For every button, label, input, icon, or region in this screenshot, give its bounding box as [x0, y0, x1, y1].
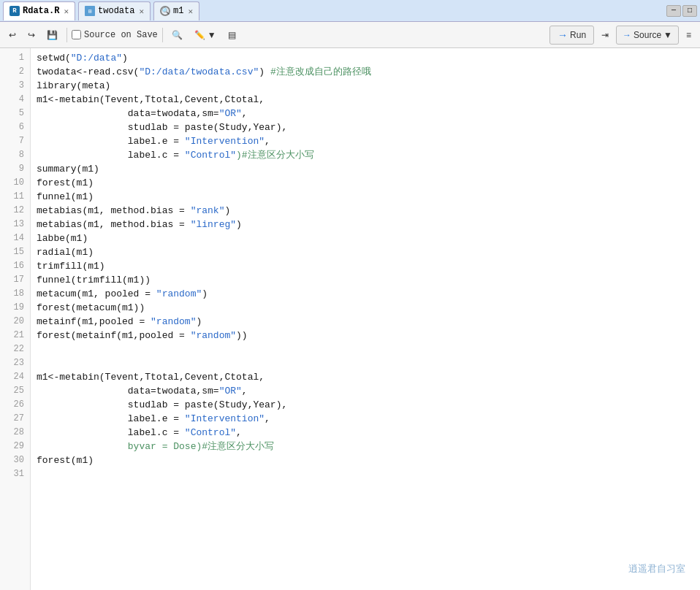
code-line: data=twodata,sm="OR",	[37, 107, 694, 120]
code-segment: labbe(m1)	[37, 233, 88, 244]
line-number: 26	[0, 398, 30, 412]
source-button[interactable]: → Source ▼	[616, 26, 679, 45]
code-line: byvar = Dose)#注意区分大小写	[37, 440, 694, 453]
line-number: 10	[0, 176, 30, 190]
code-segment: summary(m1)	[37, 164, 99, 175]
tab-rdata[interactable]: R Rdata.R ✕	[3, 1, 75, 20]
line-number: 21	[0, 329, 30, 342]
source-label: Source	[634, 30, 661, 40]
code-segment: forest(metainf(m1,pooled =	[37, 330, 191, 341]
source-on-save-group: Source on Save	[72, 30, 158, 40]
code-segment: data=twodata,sm=	[37, 386, 219, 396]
code-segment: "linreg"	[191, 219, 236, 230]
code-line: library(meta)	[37, 79, 694, 93]
code-line: studlab = paste(Study,Year),	[37, 398, 694, 412]
code-segment: )	[236, 219, 242, 230]
tab-m1-close[interactable]: ✕	[189, 7, 194, 16]
code-segment: "Intervention"	[185, 413, 265, 424]
options-button[interactable]: ≡	[682, 26, 696, 45]
line-number: 8	[0, 148, 30, 162]
code-segment: "D:/data"	[71, 53, 122, 64]
tools-dropdown-icon: ▼	[208, 30, 216, 40]
code-editor[interactable]: setwd("D:/data")twodata<-read.csv("D:/da…	[31, 48, 700, 590]
table-file-icon: ⊞	[85, 6, 95, 16]
format-icon: ▤	[228, 30, 236, 40]
code-segment: funnel(trimfill(m1))	[37, 275, 151, 286]
code-segment: m1<-metabin(Tevent,Ttotal,Cevent,Ctotal,	[37, 372, 265, 383]
format-button[interactable]: ▤	[224, 26, 240, 45]
code-line: metabias(m1, method.bias = "rank")	[37, 204, 694, 218]
code-line: metainf(m1,pooled = "random")	[37, 315, 694, 329]
line-number: 19	[0, 301, 30, 315]
tab-twodata[interactable]: ⊞ twodata ✕	[78, 1, 151, 20]
save-button[interactable]: 💾	[42, 26, 62, 45]
line-number: 12	[0, 204, 30, 218]
line-number: 22	[0, 342, 30, 356]
code-line: radial(m1)	[37, 245, 694, 259]
code-segment: metainf(m1,pooled =	[37, 316, 151, 327]
code-line: setwd("D:/data")	[37, 51, 694, 65]
code-segment: setwd(	[37, 53, 71, 64]
code-segment: "random"	[151, 316, 196, 327]
separator-1	[66, 28, 67, 42]
tab-rdata-close[interactable]: ✕	[64, 7, 69, 16]
code-segment: forest(m1)	[37, 455, 94, 466]
line-number: 1	[0, 51, 30, 65]
source-on-save-checkbox[interactable]	[72, 30, 81, 39]
redo-button[interactable]: ↪	[23, 26, 39, 45]
code-line: forest(metainf(m1,pooled = "random"))	[37, 329, 694, 342]
search-button[interactable]: 🔍	[167, 26, 187, 45]
code-segment: metacum(m1, pooled =	[37, 288, 156, 299]
line-number: 30	[0, 453, 30, 467]
step-button[interactable]: ⇥	[597, 26, 613, 45]
code-container: 1234567891011121314151617181920212223242…	[0, 48, 700, 590]
toolbar-right: → Run ⇥ → Source ▼ ≡	[549, 26, 696, 45]
code-segment: metabias(m1, method.bias =	[37, 219, 191, 230]
title-bar: R Rdata.R ✕ ⊞ twodata ✕ 🔍 m1 ✕ ─ □	[0, 0, 700, 22]
source-on-save-label[interactable]: Source on Save	[84, 30, 158, 40]
code-segment: funnel(m1)	[37, 191, 94, 202]
code-line	[37, 467, 694, 481]
code-line	[37, 356, 694, 370]
code-line: m1<-metabin(Tevent,Ttotal,Cevent,Ctotal,	[37, 370, 694, 384]
line-number: 2	[0, 65, 30, 79]
tab-twodata-label: twodata	[98, 6, 134, 16]
line-number: 6	[0, 120, 30, 134]
line-number: 15	[0, 245, 30, 259]
code-segment: ,	[236, 427, 242, 438]
undo-button[interactable]: ↩	[4, 26, 20, 45]
line-number: 3	[0, 79, 30, 93]
line-number: 18	[0, 287, 30, 301]
r-file-icon: R	[9, 6, 20, 16]
code-segment: ,	[242, 386, 248, 396]
line-number: 29	[0, 440, 30, 453]
code-line: label.c = "Control",	[37, 426, 694, 440]
line-number: 4	[0, 93, 30, 107]
tab-m1[interactable]: 🔍 m1 ✕	[153, 1, 199, 20]
line-number: 17	[0, 273, 30, 287]
code-line	[37, 342, 694, 356]
code-segment: label.e =	[37, 136, 185, 147]
code-segment: label.c =	[37, 150, 185, 161]
line-number: 5	[0, 107, 30, 120]
code-segment: "rank"	[191, 205, 225, 216]
code-segment: "D:/data/twodata.csv"	[139, 66, 259, 77]
code-segment: label.e =	[37, 413, 185, 424]
code-line: m1<-metabin(Tevent,Ttotal,Cevent,Ctotal,	[37, 93, 694, 107]
code-tools-button[interactable]: ✏️ ▼	[190, 26, 221, 45]
code-segment: )	[196, 316, 202, 327]
tab-rdata-label: Rdata.R	[23, 6, 59, 16]
code-segment: studlab = paste(Study,Year),	[37, 122, 287, 133]
tab-twodata-close[interactable]: ✕	[139, 7, 144, 16]
maximize-btn[interactable]: □	[682, 5, 697, 17]
code-segment: "random"	[191, 330, 236, 341]
code-line: funnel(m1)	[37, 190, 694, 204]
code-segment: ,	[242, 108, 248, 119]
code-segment: "random"	[156, 288, 202, 299]
search-file-icon: 🔍	[160, 6, 170, 16]
code-line: labbe(m1)	[37, 231, 694, 245]
source-dropdown-icon: ▼	[663, 30, 672, 40]
run-label: Run	[570, 30, 586, 40]
minimize-btn[interactable]: ─	[666, 5, 681, 17]
run-button[interactable]: → Run	[549, 26, 594, 45]
